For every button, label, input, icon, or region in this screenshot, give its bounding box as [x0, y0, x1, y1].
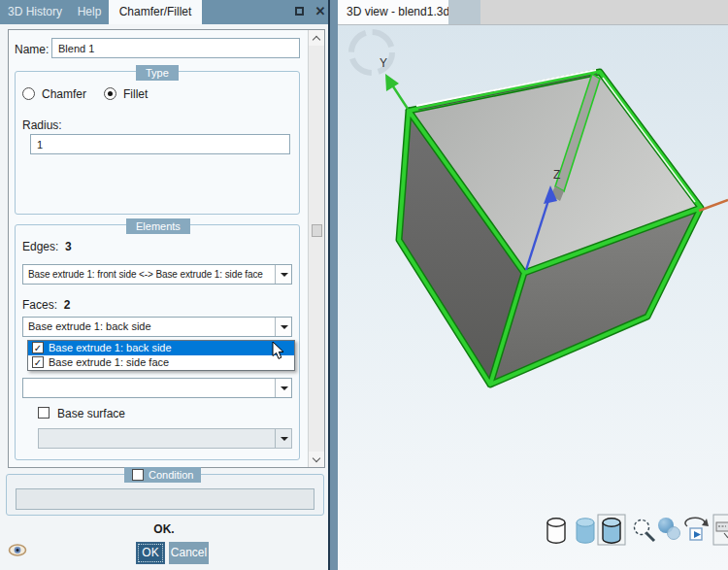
view-tab-bar: 3D view - blend1.3db [338, 0, 728, 24]
fillet-radio[interactable] [104, 87, 116, 100]
panel-tab-bar: 3D History Help Chamfer/Fillet ✕ [0, 0, 328, 24]
elements-group-title: Elements [126, 218, 190, 234]
close-icon: ✕ [315, 4, 326, 18]
faces-option-back-side[interactable]: ✓ Base extrude 1: back side [28, 341, 294, 355]
base-surface-checkbox[interactable] [38, 407, 50, 419]
edges-label-text: Edges: [22, 240, 58, 253]
extra-combobox-arrow[interactable] [275, 379, 291, 397]
edges-combobox-value: Base extrude 1: front side <-> Base extr… [28, 265, 272, 284]
zoom-icon[interactable] [635, 520, 655, 542]
base-surface-combobox [38, 428, 292, 449]
cancel-button[interactable]: Cancel [169, 542, 209, 564]
ok-button[interactable]: OK [136, 542, 165, 564]
scroll-down-button[interactable] [309, 452, 324, 467]
chamfer-radio[interactable] [22, 87, 35, 100]
faces-option-side-face[interactable]: ✓ Base extrude 1: side face [28, 355, 294, 370]
tab-help[interactable]: Help [70, 0, 109, 24]
panel-divider[interactable] [328, 0, 338, 570]
cube-model[interactable] [399, 70, 701, 385]
application-window: 3D History Help Chamfer/Fillet ✕ Name: T… [0, 0, 728, 570]
dialog-scroll-area: Name: Type Chamfer Fillet Radius: Elemen… [8, 29, 325, 468]
condition-group-title: Condition [124, 467, 201, 483]
3d-scene: Z Y [338, 25, 728, 570]
shaded-edges-cylinder-icon[interactable] [603, 519, 620, 543]
z-axis-label: Z [553, 168, 560, 182]
radius-input[interactable] [30, 134, 290, 154]
tab-chamfer-fillet[interactable]: Chamfer/Fillet [109, 0, 202, 24]
mouse-cursor [272, 342, 285, 361]
faces-combobox-value: Base extrude 1: back side [28, 318, 272, 336]
chamfer-radio-label[interactable]: Chamfer [42, 87, 86, 101]
scrollbar-thumb[interactable] [312, 224, 322, 237]
close-button[interactable]: ✕ [313, 4, 328, 19]
status-text: OK. [0, 522, 328, 536]
condition-checkbox[interactable] [132, 469, 144, 481]
tab-3d-view[interactable]: 3D view - blend1.3db [338, 0, 448, 24]
render-mode-sphere-icon[interactable] [658, 518, 680, 540]
3d-view-panel: 3D view - blend1.3db [338, 0, 728, 570]
chevron-up-icon [313, 36, 320, 44]
edges-label: Edges: 3 [22, 240, 72, 253]
faces-dropdown-list: ✓ Base extrude 1: back side ✓ Base extru… [27, 340, 295, 371]
checkbox-checked-icon[interactable]: ✓ [32, 342, 44, 353]
faces-count: 2 [64, 298, 71, 312]
tab-shadow [448, 0, 480, 24]
faces-combobox[interactable]: Base extrude 1: back side [22, 317, 292, 337]
faces-label: Faces: 2 [22, 298, 70, 312]
edges-combobox-arrow[interactable] [275, 265, 291, 284]
edges-combobox[interactable]: Base extrude 1: front side <-> Base extr… [22, 264, 292, 285]
y-axis-line [391, 84, 408, 109]
extra-elements-combobox[interactable] [22, 378, 292, 398]
name-input[interactable] [51, 38, 300, 58]
wireframe-cylinder-icon[interactable] [547, 519, 565, 543]
y-axis-arrow-icon [385, 74, 399, 91]
y-axis-label: Y [380, 56, 387, 70]
chamfer-fillet-panel: 3D History Help Chamfer/Fillet ✕ Name: T… [0, 0, 328, 570]
base-surface-combobox-arrow [275, 429, 291, 448]
view-toolbar [547, 515, 728, 545]
checkbox-checked-icon[interactable]: ✓ [32, 356, 44, 368]
chevron-down-icon [313, 454, 320, 462]
faces-label-text: Faces: [22, 298, 57, 312]
name-label: Name: [15, 43, 49, 56]
edges-count: 3 [65, 240, 72, 253]
base-surface-label[interactable]: Base surface [57, 407, 125, 420]
scroll-up-button[interactable] [309, 30, 324, 46]
3d-viewport[interactable]: Z Y [338, 24, 728, 570]
faces-option-label: Base extrude 1: side face [49, 356, 169, 368]
condition-input [16, 488, 314, 510]
fillet-radio-label[interactable]: Fillet [123, 87, 148, 101]
shaded-cylinder-icon[interactable] [577, 519, 594, 543]
faces-option-label: Base extrude 1: back side [49, 342, 172, 353]
rotate-animation-icon[interactable] [685, 518, 709, 540]
radius-label: Radius: [22, 118, 62, 132]
type-group-title: Type [136, 65, 179, 81]
condition-title-text: Condition [149, 469, 193, 481]
dialog-scrollbar[interactable] [308, 30, 324, 467]
maximize-button[interactable] [291, 4, 307, 19]
maximize-icon [295, 7, 304, 16]
tab-3d-history[interactable]: 3D History [0, 0, 70, 24]
faces-combobox-arrow[interactable] [275, 318, 291, 336]
visibility-eye-icon[interactable] [8, 543, 27, 557]
